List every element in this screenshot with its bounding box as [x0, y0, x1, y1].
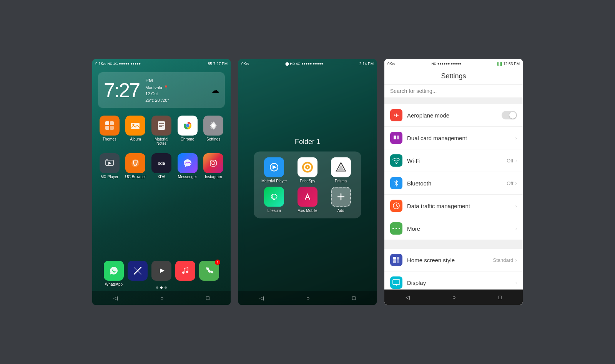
- nav-recent-2[interactable]: □: [352, 295, 355, 301]
- clock-period: PM: [145, 77, 169, 84]
- instagram-label: Instagram: [205, 175, 222, 179]
- prisma-label: Prisma: [335, 179, 347, 183]
- app-notes[interactable]: Material Notes: [150, 116, 173, 146]
- folder-app-materialplayer[interactable]: Material Player: [259, 157, 289, 183]
- settings-dualcard[interactable]: Dual card management ›: [384, 127, 523, 149]
- svg-rect-3: [110, 126, 114, 130]
- folder-app-lifesum[interactable]: L Lifesum: [259, 187, 289, 213]
- add-icon: [331, 187, 351, 207]
- pricespy-icon: [298, 157, 317, 177]
- svg-rect-45: [397, 257, 399, 260]
- settings-nav-home[interactable]: ○: [452, 294, 455, 300]
- screen1-homescreen: 9.1K/s HD 4G ●●●●● ●●●●● 85 7:27 PM 7:27…: [92, 59, 231, 305]
- homescreen-label: Home screen style: [407, 257, 455, 263]
- datatraffic-icon: [390, 200, 402, 212]
- more-chevron: ›: [515, 225, 517, 232]
- aeroplane-label: Aeroplane mode: [407, 112, 449, 119]
- settings-more[interactable]: More ›: [384, 217, 523, 240]
- settings-bluetooth[interactable]: Bluetooth Off ›: [384, 172, 523, 195]
- app-settings[interactable]: Settings: [202, 116, 225, 146]
- clock-location: Madivala 📍: [145, 84, 169, 91]
- settings-nav-bar: ◁ ○ □: [384, 290, 523, 305]
- album-label: Album: [130, 137, 141, 141]
- lifesum-icon: L: [264, 187, 284, 207]
- homescreen-icon: [390, 254, 402, 266]
- app-xda[interactable]: xda XDA: [150, 153, 173, 179]
- svg-marker-24: [160, 268, 165, 273]
- datatraffic-chevron: ›: [515, 203, 517, 209]
- svg-rect-46: [393, 260, 396, 263]
- svg-rect-6: [158, 121, 165, 130]
- settings-nav-back[interactable]: ◁: [406, 294, 410, 300]
- nav-recent-1[interactable]: □: [206, 295, 209, 301]
- svg-point-21: [215, 160, 216, 162]
- app-themes[interactable]: Themes: [98, 116, 121, 146]
- notes-icon: [151, 116, 171, 136]
- folder-app-add[interactable]: Add: [326, 187, 356, 213]
- app-mxplayer[interactable]: MX Player: [98, 153, 121, 179]
- aeroplane-toggle[interactable]: [502, 111, 517, 119]
- app-album[interactable]: Album: [124, 116, 147, 146]
- settings-nav-recent[interactable]: □: [498, 294, 501, 300]
- themes-label: Themes: [103, 137, 116, 141]
- homescreen-chevron: ›: [515, 257, 517, 263]
- svg-point-43: [399, 228, 400, 229]
- settings-speed: 0K/s: [387, 62, 395, 66]
- display-label: Display: [407, 280, 426, 286]
- nav-back-2[interactable]: ◁: [259, 295, 264, 301]
- app-grid-row2: MX Player UC Browser xda XDA: [92, 149, 231, 183]
- album-icon: [125, 116, 145, 136]
- settings-wifi[interactable]: Wi-Fi Off ›: [384, 149, 523, 172]
- battery-level: 85: [208, 62, 212, 66]
- search-input[interactable]: [390, 88, 517, 94]
- app-chrome[interactable]: Chrome: [176, 116, 199, 146]
- settings-battery-time: ▊ 12:53 PM: [497, 62, 520, 66]
- separator-2: [384, 243, 523, 246]
- dualcard-icon: [390, 132, 402, 144]
- settings-header: Settings: [384, 68, 523, 84]
- notes-label: Material Notes: [150, 137, 173, 146]
- app-ucbrowser[interactable]: UC Browser: [124, 153, 147, 179]
- screen3-settings: 0K/s HD ●●●●●● ●●●●● ▊ 12:53 PM Settings…: [384, 59, 523, 305]
- network-2: ⬤ HD 4G ●●●●● ●●●●●: [285, 62, 323, 66]
- separator-1: [384, 98, 523, 101]
- network-icons: HD 4G ●●●●● ●●●●●: [107, 62, 141, 66]
- materialplayer-label: Material Player: [261, 179, 287, 183]
- homescreen-value: Standard: [493, 257, 514, 263]
- wifi-icon: [390, 154, 402, 167]
- svg-rect-38: [397, 136, 399, 139]
- svg-rect-0: [105, 121, 109, 125]
- folder-app-axis[interactable]: Axis Mobile: [293, 187, 322, 213]
- dock-play[interactable]: [151, 261, 171, 286]
- axis-label: Axis Mobile: [298, 208, 317, 213]
- folder-app-pricespy[interactable]: PriceSpy: [293, 157, 322, 183]
- app-messenger[interactable]: Messenger: [176, 153, 199, 179]
- more-icon: [390, 222, 402, 235]
- folder-app-prisma[interactable]: Prisma: [326, 157, 356, 183]
- settings-aeroplane[interactable]: ✈ Aeroplane mode: [384, 104, 523, 127]
- nav-home-2[interactable]: ○: [306, 295, 309, 301]
- settings-datatraffic[interactable]: Data traffic management ›: [384, 195, 523, 217]
- app-instagram[interactable]: Instagram: [202, 153, 225, 179]
- bluetooth-chevron: ›: [515, 180, 517, 186]
- dock-phone[interactable]: 1: [199, 261, 219, 286]
- nav-bar-2: ◁ ○ □: [238, 291, 377, 305]
- dock-oneplus[interactable]: [128, 261, 148, 286]
- pricespy-label: PriceSpy: [300, 179, 315, 183]
- dock-whatsapp[interactable]: WhatsApp: [104, 261, 124, 286]
- clock-widget: 7:27 PM Madivala 📍 12 Oct 26°c 28°/20° ☁: [98, 72, 225, 108]
- status-left-1: 9.1K/s HD 4G ●●●●● ●●●●●: [95, 62, 141, 66]
- nav-back-1[interactable]: ◁: [113, 295, 118, 301]
- search-bar[interactable]: [384, 84, 523, 98]
- svg-marker-32: [338, 165, 344, 170]
- nav-home-1[interactable]: ○: [160, 295, 163, 301]
- weather-icon: ☁: [211, 86, 219, 95]
- homescreen-content: Home screen style Standard ›: [407, 257, 517, 263]
- settings-homescreen-style[interactable]: Home screen style Standard ›: [384, 249, 523, 271]
- dock: WhatsApp: [92, 258, 231, 290]
- clock-temp: 26°c 28°/20°: [145, 97, 169, 104]
- speed-2: 0K/s: [241, 62, 249, 66]
- datatraffic-content: Data traffic management ›: [407, 203, 517, 209]
- dock-music[interactable]: [175, 261, 195, 286]
- folder-apps-grid: Material Player PriceSpy: [254, 152, 361, 218]
